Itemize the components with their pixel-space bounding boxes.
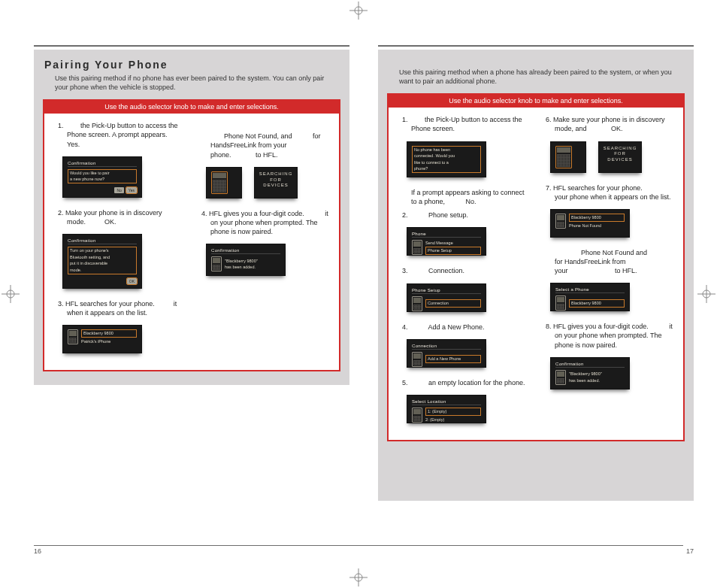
crop-mark-top <box>349 2 368 20</box>
shot-r-conn: Connection Add a New Phone <box>407 339 486 368</box>
shot-r-searching: SEARCHING FOR DEVICES <box>598 141 642 173</box>
page-number-right: 17 <box>686 547 694 555</box>
panel-head-left: Use the audio selector knob to make and … <box>44 101 339 114</box>
step-r4: 4. Add a New Phone. <box>399 323 529 332</box>
shot-phone-list: Blackberry 9800 Patrick's iPhone <box>62 325 142 353</box>
panel-left: Use the audio selector knob to make and … <box>43 99 340 371</box>
shot-r-phone: Phone Send Message Phone Setup <box>407 227 486 256</box>
panel-right: Use the audio selector knob to make and … <box>387 93 685 441</box>
crop-mark-right <box>697 285 715 303</box>
step-r2: 2. Phone setup. <box>399 211 529 220</box>
shot-confirm-ok: Confirmation Turn on your phone's Blueto… <box>62 234 142 288</box>
panel-head-right: Use the audio selector knob to make and … <box>389 95 683 108</box>
col-right-1: 1. the Pick-Up button to access the Phon… <box>399 115 529 429</box>
shot-r-setup: Phone Setup Connection <box>407 283 486 312</box>
step-r7: 7. HFL searches for your phone. your pho… <box>543 183 673 202</box>
intro-right: Use this pairing method when a phone has… <box>399 68 682 86</box>
step-r5: 5. an empty location for the phone. <box>399 378 529 387</box>
step-r8: 8. HFL gives you a four-digit code. it o… <box>543 322 673 349</box>
rule-bottom <box>34 545 683 546</box>
shot-paired: Confirmation "Blackberry 9800" has been … <box>206 244 286 276</box>
step-r3: 3. Connection. <box>399 266 529 275</box>
page-right: Use this pairing method when a phone has… <box>378 45 694 546</box>
shot-keypad <box>206 167 242 199</box>
step-l4: 4. HFL gives you a four-digit code. it o… <box>198 209 328 236</box>
shot-r-select: Select a Phone Blackberry 9800 <box>550 283 630 311</box>
shot-r-paired: Confirmation "Blackberry 9800" has been … <box>550 357 630 389</box>
shot-r-loc: Select Location 1: (Empty) 2: (Empty) <box>407 395 486 423</box>
shot-r-prompt: No phone has been connected. Would you l… <box>407 141 486 177</box>
shot-r-found: Blackberry 9800 Phone Not Found <box>550 209 630 238</box>
step-l2: 2. Make your phone is in discovery mode.… <box>55 208 185 226</box>
col-left-2: Phone Not Found, and for HandsFreeLink f… <box>198 121 328 359</box>
page-number-left: 16 <box>34 547 41 555</box>
rule-top <box>34 45 349 47</box>
step-l3: 3. HFL searches for your phone. it when … <box>55 299 185 317</box>
crop-mark-bottom <box>349 568 368 586</box>
shot-confirm-yes: Confirmation Would you like to pair a ne… <box>62 156 142 198</box>
col-right-2: 6. Make sure your phone is in discovery … <box>543 115 673 429</box>
shot-searching: SEARCHING FOR DEVICES <box>254 167 298 199</box>
step-r6: 6. Make sure your phone is in discovery … <box>543 115 673 133</box>
crop-mark-left <box>2 285 20 303</box>
note-r-notfound: Phone Not Found and for HandsFreeLink fr… <box>543 248 673 275</box>
phone-icon <box>68 329 78 344</box>
rule-top-r <box>378 45 694 47</box>
note-l-r1: Phone Not Found, and for HandsFreeLink f… <box>198 132 328 159</box>
section-title: Pairing Your Phone <box>44 59 340 71</box>
shot-r-keypad <box>550 141 586 173</box>
col-left-1: 1. the Pick-Up button to access the Phon… <box>55 121 185 359</box>
page-left: Pairing Your Phone Use this pairing meth… <box>34 45 349 546</box>
intro-left: Use this pairing method if no phone has … <box>55 74 337 92</box>
note-r1: If a prompt appears asking to connect to… <box>399 188 529 206</box>
step-l1: 1. the Pick-Up button to access the Phon… <box>55 121 185 148</box>
step-r1: 1. the Pick-Up button to access the Phon… <box>399 115 529 133</box>
